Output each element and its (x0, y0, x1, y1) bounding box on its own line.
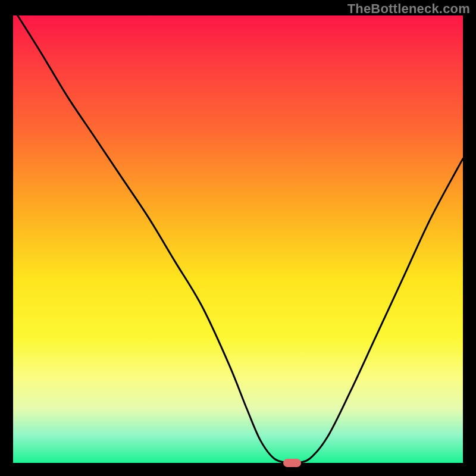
optimum-marker (283, 459, 301, 467)
bottleneck-curve (13, 15, 463, 463)
chart-frame: TheBottleneck.com (0, 0, 476, 476)
watermark-text: TheBottleneck.com (347, 1, 470, 17)
plot-area (13, 15, 463, 463)
